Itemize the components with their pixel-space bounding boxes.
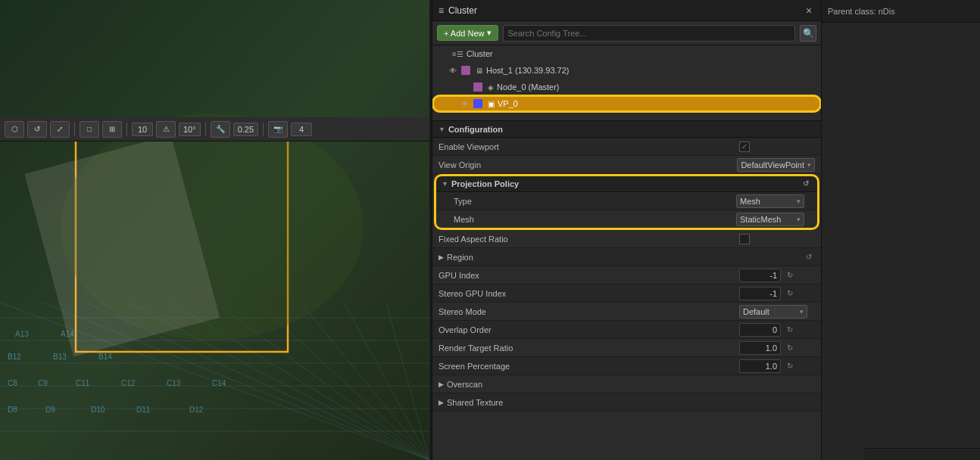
eye-icon-node0[interactable]: [460, 82, 470, 92]
config-tree: ≡☰ Cluster 👁 🖥 Host_1 (130.39.93.72) ◈ N…: [432, 45, 821, 121]
stereo-mode-row: Stereo Mode Default ▾: [432, 303, 821, 321]
tree-item-host1[interactable]: 👁 🖥 Host_1 (130.39.93.72): [432, 62, 821, 79]
screen-percentage-refresh[interactable]: ↻: [784, 360, 796, 372]
toolbar-wrench-btn[interactable]: 🔧: [211, 121, 230, 138]
render-target-ratio-refresh[interactable]: ↻: [784, 342, 796, 354]
projection-policy-refresh[interactable]: ↺: [800, 178, 812, 190]
cluster-toolbar: + Add New ▾ 🔍: [432, 21, 821, 45]
screen-percentage-value: ↻: [739, 359, 815, 373]
overlap-order-refresh[interactable]: ↻: [784, 324, 796, 336]
cluster-node-label: Cluster: [467, 49, 493, 58]
overscan-label: Overscan: [447, 380, 815, 389]
vp0-label: VP_0: [498, 99, 518, 108]
region-expand-arrow[interactable]: ▶: [439, 253, 444, 261]
toolbar-refresh-btn[interactable]: ↺: [27, 121, 47, 138]
add-new-button[interactable]: + Add New ▾: [437, 25, 498, 41]
fixed-aspect-ratio-checkbox[interactable]: [739, 234, 750, 244]
eye-icon-host1[interactable]: 👁: [448, 65, 458, 76]
cluster-close-button[interactable]: ×: [803, 5, 815, 17]
screen-percentage-label: Screen Percentage: [439, 362, 739, 371]
search-icon-button[interactable]: 🔍: [800, 25, 816, 42]
gpu-index-value: ↻: [739, 269, 815, 282]
overlap-order-input[interactable]: [739, 323, 781, 337]
overlap-order-row: Overlap Order ↻: [432, 321, 821, 339]
gpu-index-input[interactable]: [739, 269, 781, 282]
shared-texture-expand-arrow[interactable]: ▶: [439, 399, 444, 406]
stereo-mode-label: Stereo Mode: [439, 307, 739, 316]
toolbar-zoom: 0.25: [233, 123, 258, 136]
svg-text:B14: B14: [98, 353, 112, 361]
cluster-title-text: Cluster: [448, 5, 798, 16]
type-value: Mesh ▾: [736, 194, 812, 208]
cluster-title-icon: ≡: [439, 5, 444, 16]
toolbar-box-btn[interactable]: □: [80, 121, 99, 138]
overscan-row-inner: ▶ Overscan: [439, 380, 815, 389]
search-input[interactable]: [503, 25, 795, 42]
eye-icon-cluster[interactable]: [439, 48, 449, 59]
projection-arrow: ▼: [442, 180, 448, 188]
mesh-dropdown[interactable]: StaticMesh ▾: [736, 213, 804, 226]
overlap-order-value: ↻: [739, 323, 815, 337]
projection-policy-header[interactable]: ▼ Projection Policy ↺: [435, 176, 818, 192]
fixed-aspect-ratio-row: Fixed Aspect Ratio: [432, 230, 821, 248]
region-row-inner: ▶ Region: [439, 253, 803, 262]
properties-area: ▼ Configuration Enable Viewport View Ori…: [432, 121, 821, 460]
view-origin-dropdown[interactable]: DefaultViewPoint ▾: [737, 158, 815, 172]
shared-texture-row-inner: ▶ Shared Texture: [439, 398, 815, 407]
toolbar-rotate-btn[interactable]: ⬡: [5, 121, 24, 138]
stereo-mode-caret: ▾: [800, 308, 804, 315]
svg-text:C14: C14: [212, 379, 226, 387]
svg-text:D10: D10: [91, 406, 105, 414]
configuration-section-header[interactable]: ▼ Configuration: [432, 121, 821, 138]
type-caret: ▾: [797, 197, 801, 205]
shared-texture-label: Shared Texture: [447, 398, 815, 407]
view-origin-value: DefaultViewPoint ▾: [737, 158, 815, 172]
region-refresh[interactable]: ↺: [803, 251, 815, 263]
toolbar-cam-btn[interactable]: 📷: [268, 121, 288, 138]
eye-icon-vp0[interactable]: 👁: [460, 98, 470, 109]
render-target-ratio-input[interactable]: [739, 341, 781, 355]
cluster-titlebar: ≡ Cluster ×: [432, 0, 821, 21]
tree-item-vp0[interactable]: 👁 ▣ VP_0: [432, 95, 821, 112]
viewport-area: A13 A14 B12 B13 B14 C8 C9 C11 C12 C13 C1…: [0, 0, 429, 460]
svg-text:C8: C8: [8, 379, 17, 387]
toolbar-deg: 10°: [179, 123, 201, 136]
toolbar-sep-3: [205, 123, 206, 136]
type-dropdown[interactable]: Mesh ▾: [736, 194, 804, 208]
stereo-gpu-index-input[interactable]: [739, 287, 781, 300]
right-panel-header: Parent class: nDis: [822, 0, 980, 23]
overlap-order-label: Overlap Order: [439, 325, 739, 334]
stereo-mode-dropdown[interactable]: Default ▾: [739, 305, 807, 319]
projection-policy-highlight: ▼ Projection Policy ↺ Type Mesh ▾ Mesh: [435, 176, 818, 228]
mesh-caret: ▾: [797, 216, 801, 223]
host1-color-box: [461, 66, 470, 75]
region-row: ▶ Region ↺: [432, 248, 821, 266]
toolbar-sep-2: [126, 123, 127, 136]
overscan-expand-arrow[interactable]: ▶: [439, 381, 444, 388]
toolbar-grid-btn[interactable]: ⊞: [102, 121, 122, 138]
gpu-index-refresh[interactable]: ↻: [784, 269, 796, 281]
toolbar-warn-btn[interactable]: ⚠: [156, 121, 176, 138]
tree-item-node0[interactable]: ◈ Node_0 (Master): [432, 79, 821, 95]
svg-text:C11: C11: [76, 379, 90, 387]
host1-label: Host_1 (130.39.93.72): [486, 66, 569, 75]
enable-viewport-checkbox[interactable]: [739, 141, 750, 152]
host1-icon: 🖥: [476, 67, 483, 75]
toolbar-expand-btn[interactable]: ⤢: [50, 121, 70, 138]
add-new-label: + Add New: [444, 29, 485, 38]
svg-text:B13: B13: [53, 353, 67, 361]
stereo-mode-value: Default ▾: [739, 305, 815, 319]
viewport-background: A13 A14 B12 B13 B14 C8 C9 C11 C12 C13 C1…: [0, 0, 429, 460]
enable-viewport-value: [739, 141, 815, 152]
view-origin-row: View Origin DefaultViewPoint ▾: [432, 156, 821, 174]
screen-percentage-input[interactable]: [739, 359, 781, 373]
toolbar-num-10: 10: [132, 123, 153, 136]
cluster-panel: ≡ Cluster × + Add New ▾ 🔍 ≡☰ Cluster 👁 🖥…: [432, 0, 822, 460]
parent-class-label: Parent class:: [828, 7, 876, 16]
shared-texture-row: ▶ Shared Texture: [432, 393, 821, 412]
type-row: Type Mesh ▾: [435, 192, 818, 210]
stereo-gpu-index-refresh[interactable]: ↻: [784, 288, 796, 300]
tree-item-cluster[interactable]: ≡☰ Cluster: [432, 45, 821, 62]
render-target-ratio-value: ↻: [739, 341, 815, 355]
right-panel: Parent class: nDis: [821, 0, 980, 460]
